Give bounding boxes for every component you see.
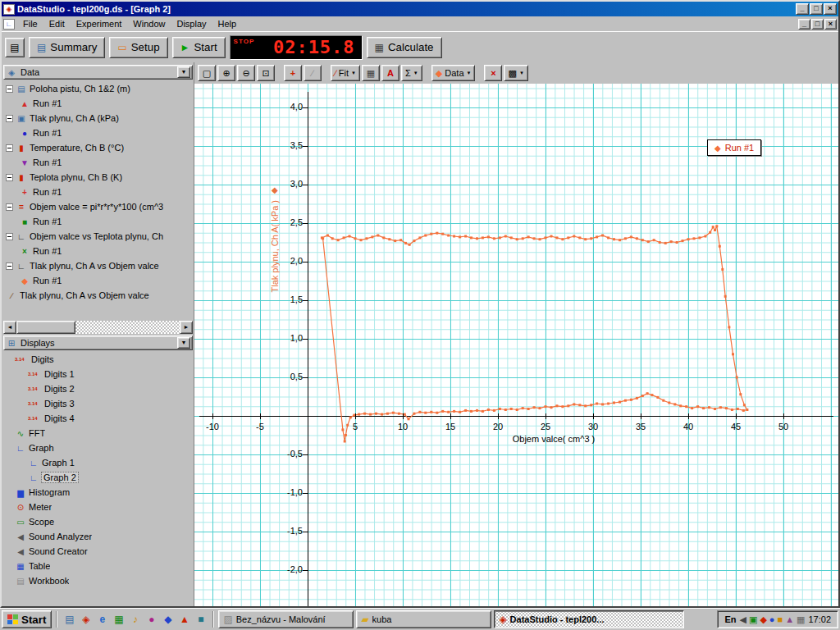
display-item-fft[interactable]: ∿FFT	[12, 426, 193, 441]
data-item-run-1[interactable]: ▲Run #1	[16, 96, 193, 111]
data-item-objem-valce-vs-teplota-plynu-ch[interactable]: ∟Objem valce vs Teplota plynu, Ch	[3, 229, 193, 244]
child-minimize-button[interactable]: _	[798, 19, 810, 30]
display-item-graph[interactable]: ∟Graph	[12, 441, 193, 455]
display-item-digits-3[interactable]: 3.14Digits 3	[25, 396, 193, 411]
task-bez-n-zvu-malov-n[interactable]: ▨Bez_názvu - Malování	[218, 610, 354, 628]
datastudio-window: ◈ DataStudio - tepl200g.ds - [Graph 2] _…	[0, 0, 840, 608]
menu-edit[interactable]: Edit	[43, 17, 71, 30]
quick-launch-icon-7[interactable]: ◆	[160, 612, 176, 628]
data-menu-button[interactable]: ◆Data▼	[431, 65, 476, 81]
journal-button[interactable]: ▤	[5, 38, 25, 57]
menu-display[interactable]: Display	[171, 17, 212, 30]
quick-launch-icon-9[interactable]: ■	[193, 612, 208, 628]
data-item-run-1[interactable]: ●Run #1	[16, 126, 193, 140]
start-menu-button[interactable]: Start	[2, 610, 52, 628]
display-item-table[interactable]: ▦Table	[12, 559, 193, 573]
restore-button[interactable]: □	[810, 3, 823, 15]
display-item-graph-1[interactable]: ∟Graph 1	[25, 455, 193, 470]
start-button[interactable]: ► Start	[172, 37, 226, 58]
zoom-out-button[interactable]: ⊖	[237, 65, 255, 81]
zoom-in-button[interactable]: ⊕	[217, 65, 235, 81]
display-item-sound-analyzer[interactable]: ◀Sound Analyzer	[12, 529, 193, 544]
quick-launch-icon-8[interactable]: ▲	[176, 612, 192, 628]
data-item-objem-valce-pi-r-r-y-100-cm-3[interactable]: =Objem valce = pi*r*r*y*100 (cm^3	[3, 199, 193, 214]
data-panel-collapse-button[interactable]: ▼	[177, 66, 190, 78]
data-item-run-1[interactable]: ◆Run #1	[16, 273, 193, 288]
collapse-box-icon[interactable]	[6, 144, 13, 152]
scroll-right-button[interactable]: ►	[180, 321, 193, 334]
calculate-button[interactable]: ▦ Calculate	[367, 37, 442, 58]
child-restore-button[interactable]: □	[811, 19, 824, 30]
display-item-workbook[interactable]: ▤Workbook	[12, 573, 193, 588]
data-tree-hscrollbar[interactable]: ◄ ►	[3, 321, 193, 334]
collapse-box-icon[interactable]	[6, 262, 13, 270]
text-tool-button[interactable]: A	[381, 65, 399, 81]
remove-button[interactable]: ×	[484, 65, 502, 81]
display-item-scope[interactable]: ▭Scope	[12, 514, 193, 529]
language-indicator[interactable]: En	[724, 614, 736, 624]
collapse-box-icon[interactable]	[6, 85, 13, 93]
slope-tool-button[interactable]: ∕	[304, 65, 322, 81]
setup-button[interactable]: ▭ Setup	[109, 37, 167, 58]
collapse-box-icon[interactable]	[6, 115, 13, 122]
menu-help[interactable]: Help	[212, 17, 243, 30]
fit-menu-button[interactable]: ∕Fit▼	[331, 65, 360, 81]
data-item-tlak-plynu-ch-a-vs-objem-valce[interactable]: ∕Tlak plynu, Ch A vs Objem valce	[3, 288, 193, 303]
tray-icon-5[interactable]: ■	[778, 614, 783, 625]
calculate-graph-button[interactable]: ▦	[362, 65, 380, 81]
display-item-digits-2[interactable]: 3.14Digits 2	[25, 381, 193, 396]
legend[interactable]: ◆ Run #1	[707, 139, 761, 156]
quick-launch-icon-1[interactable]: ▤	[62, 612, 77, 628]
display-item-digits-4[interactable]: 3.14Digits 4	[25, 411, 193, 426]
statistics-button[interactable]: Σ▼	[401, 65, 422, 81]
summary-button[interactable]: ▤ Summary	[29, 37, 105, 58]
task-datastudio-tepl200[interactable]: ◈DataStudio - tepl200...	[494, 610, 684, 628]
tray-icon-3[interactable]: ◆	[760, 614, 766, 625]
menu-experiment[interactable]: Experiment	[71, 17, 128, 30]
data-item-tlak-plynu-ch-a-kpa[interactable]: ▣Tlak plynu, Ch A (kPa)	[3, 111, 193, 126]
data-item-run-1[interactable]: ▼Run #1	[16, 155, 193, 170]
clock[interactable]: 17:02	[808, 614, 831, 624]
quick-launch-icon-5[interactable]: ♪	[127, 612, 143, 628]
minimize-button[interactable]: _	[796, 3, 809, 15]
x-tick-label: -5	[248, 422, 272, 431]
volume-icon[interactable]: ◀	[740, 614, 746, 625]
quick-launch-icon-2[interactable]: ◈	[78, 612, 94, 628]
data-item-poloha-pistu-ch-1-2-m[interactable]: ▤Poloha pistu, Ch 1&2 (m)	[3, 81, 193, 96]
collapse-box-icon[interactable]	[6, 233, 13, 240]
graph-plot-area[interactable]: Objem valce( cm^3 ) ◆ Tlak plynu, Ch A( …	[194, 84, 838, 606]
tray-icon-7[interactable]: ▦	[797, 614, 805, 625]
data-item-temperature-ch-b-c[interactable]: ▮Temperature, Ch B (°C)	[3, 140, 193, 155]
display-item-sound-creator[interactable]: ◀Sound Creator	[12, 544, 193, 559]
child-close-button[interactable]: ×	[824, 19, 837, 30]
displays-panel-collapse-button[interactable]: ▼	[177, 337, 190, 349]
display-item-digits[interactable]: 3.14Digits	[12, 352, 193, 367]
display-item-digits-1[interactable]: 3.14Digits 1	[25, 367, 193, 381]
close-button[interactable]: ×	[824, 3, 837, 15]
tray-icon-6[interactable]: ▲	[785, 614, 794, 625]
data-item-run-1[interactable]: +Run #1	[16, 185, 193, 199]
collapse-box-icon[interactable]	[6, 203, 13, 211]
scroll-left-button[interactable]: ◄	[3, 321, 16, 334]
zoom-select-button[interactable]: ⊡	[257, 65, 275, 81]
smart-tool-button[interactable]: +	[284, 65, 302, 81]
quick-launch-icon-6[interactable]: ●	[144, 612, 159, 628]
data-item-run-1[interactable]: ×Run #1	[16, 244, 193, 258]
display-item-graph-2[interactable]: ∟Graph 2	[25, 470, 193, 485]
tray-icon-4[interactable]: ●	[769, 614, 775, 625]
data-item-teplota-plynu-ch-b-k[interactable]: ▮Teplota plynu, Ch B (K)	[3, 170, 193, 185]
task-kuba[interactable]: ▰kuba	[356, 610, 491, 628]
scrollbar-thumb[interactable]	[16, 321, 75, 334]
collapse-box-icon[interactable]	[6, 174, 13, 181]
scale-to-fit-button[interactable]: ▢	[198, 65, 216, 81]
tray-icon-2[interactable]: ▣	[749, 614, 757, 625]
quick-launch-icon-4[interactable]: ▦	[111, 612, 126, 628]
quick-launch-icon-3[interactable]: e	[94, 612, 110, 628]
display-item-histogram[interactable]: ▆Histogram	[12, 485, 193, 500]
menu-file[interactable]: File	[17, 17, 43, 30]
graph-settings-button[interactable]: ▩▼	[504, 65, 527, 81]
data-item-run-1[interactable]: ■Run #1	[16, 214, 193, 229]
data-item-tlak-plynu-ch-a-vs-objem-valce[interactable]: ∟Tlak plynu, Ch A vs Objem valce	[3, 258, 193, 273]
display-item-meter[interactable]: ⊙Meter	[12, 500, 193, 514]
menu-window[interactable]: Window	[127, 17, 171, 30]
